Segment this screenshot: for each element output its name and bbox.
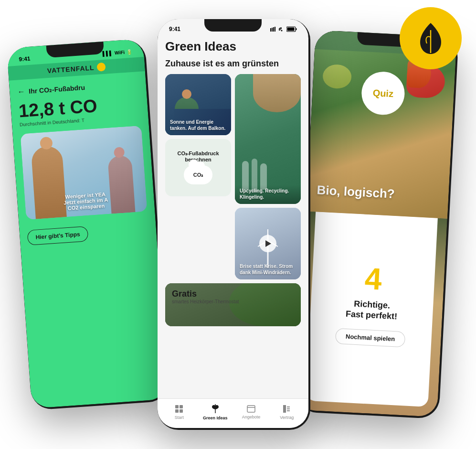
center-content: Green Ideas Zuhause ist es am grünsten [158, 35, 308, 398]
vertrag-icon [283, 404, 291, 414]
phone-center: 9:41 Green Ideas Zuhause ist es am grüns… [158, 19, 310, 430]
svg-rect-7 [296, 28, 297, 30]
gratis-content: Gratis smartes Heizkörper-Thermostat [172, 289, 239, 304]
green-ideas-title: Green Ideas [165, 39, 301, 54]
score-text: Richtige. Fast perfekt! [346, 299, 398, 322]
bottom-nav: Start Green Ideas An [158, 398, 308, 428]
center-status-icons [270, 26, 297, 32]
card-gratis[interactable]: Gratis smartes Heizkörper-Thermostat [165, 283, 301, 326]
left-status-time: 9:41 [19, 55, 31, 63]
nav-angebote[interactable]: Angebote [239, 405, 263, 419]
cards-main-row: Sonne und Energie tanken. Auf dem Balkon… [165, 74, 301, 279]
svg-rect-9 [180, 405, 183, 408]
nav-green-ideas[interactable]: Green Ideas [203, 404, 228, 420]
svg-rect-6 [287, 28, 295, 31]
cards-col-left: Sonne und Energie tanken. Auf dem Balkon… [165, 74, 231, 279]
card-co2[interactable]: CO₂-Fußabdruck berechnen CO₂ [165, 139, 231, 196]
svg-point-4 [281, 30, 283, 32]
left-header-text: Ihr CO₂-Fußabdru [29, 84, 85, 95]
play-button[interactable] [259, 235, 276, 252]
co2-cloud-icon: CO₂ [184, 165, 212, 184]
card-wind-text: Brise statt Krise. Strom dank Mini-Windr… [240, 263, 301, 276]
svg-rect-11 [180, 409, 183, 413]
left-image-card: Weniger ist YEA Jetzt einfach im A CO2 e… [20, 126, 147, 220]
section-title: Zuhause ist es am grünsten [165, 59, 301, 69]
nav-vertrag-label: Vertrag [280, 415, 294, 420]
quiz-label: Quiz [372, 87, 393, 99]
svg-rect-16 [287, 408, 290, 409]
nav-start[interactable]: Start [167, 404, 191, 420]
co2-symbol: CO₂ [193, 172, 203, 178]
svg-rect-14 [283, 405, 286, 413]
vattenfall-leaf-icon [416, 21, 445, 56]
gratis-title: Gratis [172, 289, 239, 299]
scene: 9:41 ▌▌▌WiFi🔋 VATTENFALL ← [0, 0, 476, 449]
svg-rect-2 [273, 27, 274, 32]
nav-vertrag[interactable]: Vertrag [275, 404, 299, 420]
nav-green-ideas-label: Green Ideas [203, 416, 228, 420]
svg-rect-12 [247, 406, 255, 412]
cards-col-right: Upcycling. Recycling. Klingeling. [235, 74, 301, 279]
quiz-result-card: 4 Richtige. Fast perfekt! Nochmal spiele… [306, 202, 438, 407]
phone-right: Quiz Bio, logisch? 4 Richtige. Fast perf… [296, 30, 458, 419]
card-recycling-text: Upcycling. Recycling. Klingeling. [240, 188, 301, 200]
svg-rect-3 [275, 27, 275, 32]
start-icon [174, 404, 184, 414]
yellow-circle-badge [400, 7, 462, 69]
phone-left: 9:41 ▌▌▌WiFi🔋 VATTENFALL ← [7, 39, 170, 410]
svg-rect-1 [272, 28, 273, 32]
nav-start-label: Start [175, 415, 184, 420]
vattenfall-circle-icon [97, 63, 106, 72]
card-wind[interactable]: Brise statt Krise. Strom dank Mini-Windr… [235, 208, 301, 279]
card-co2-label: CO₂-Fußabdruck berechnen [171, 150, 225, 162]
play-triangle-icon [265, 240, 271, 247]
green-ideas-icon [211, 404, 220, 414]
nav-angebote-label: Angebote [242, 415, 261, 419]
gratis-sub: smartes Heizkörper-Thermostat [172, 299, 239, 304]
svg-rect-8 [175, 405, 179, 408]
back-arrow-icon[interactable]: ← [17, 87, 25, 96]
card-gratis-row: Gratis smartes Heizkörper-Thermostat [165, 283, 301, 326]
left-status-icons: ▌▌▌WiFi🔋 [102, 49, 132, 56]
score-number: 4 [364, 263, 383, 295]
svg-rect-10 [175, 409, 179, 413]
left-header: ← Ihr CO₂-Fußabdru [17, 79, 139, 96]
svg-rect-15 [287, 406, 290, 407]
svg-rect-0 [270, 28, 271, 32]
replay-button[interactable]: Nochmal spielen [335, 328, 405, 348]
center-notch [204, 19, 262, 32]
card-solar-text: Sonne und Energie tanken. Auf dem Balkon… [170, 119, 231, 131]
card-solar[interactable]: Sonne und Energie tanken. Auf dem Balkon… [165, 74, 231, 135]
tips-button[interactable]: Hier gibt's Tipps [27, 226, 89, 246]
angebote-icon [246, 405, 256, 413]
center-status-time: 9:41 [169, 26, 180, 32]
card-plants[interactable]: Upcycling. Recycling. Klingeling. [235, 74, 301, 204]
vattenfall-text: VATTENFALL [47, 64, 95, 75]
svg-rect-17 [287, 410, 290, 411]
